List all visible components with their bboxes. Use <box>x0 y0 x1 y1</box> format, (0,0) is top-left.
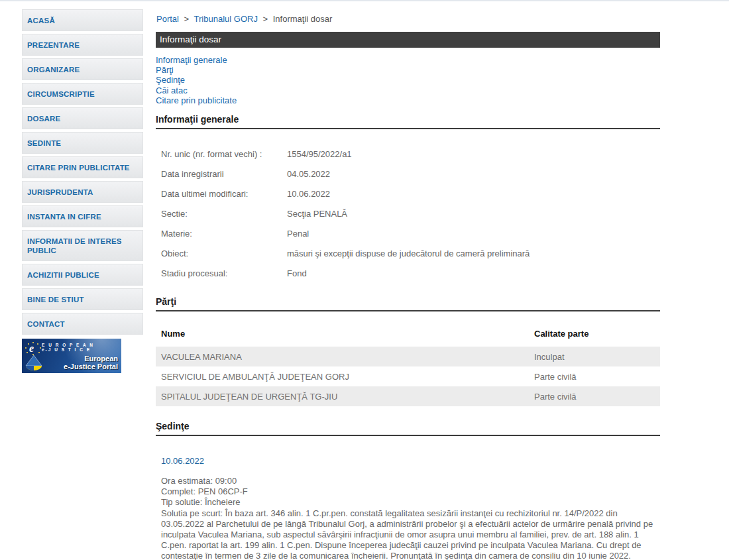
hearing-details: Ora estimata: 09:00 Complet: PEN 06CP-F … <box>161 476 660 560</box>
parties-table: Nume Calitate parte VACULEA MARIANA Incu… <box>156 322 660 406</box>
ejustice-portal-banner[interactable]: e E U R O P E A N e-J U S T I C E Europe… <box>22 339 121 373</box>
field-value: 1554/95/2022/a1 <box>287 149 352 159</box>
general-info-heading: Informaţii generale <box>156 114 660 129</box>
sidebar-item-contact[interactable]: CONTACT <box>22 313 143 335</box>
hearing-tip-solutie: Tip solutie: Încheiere <box>161 497 660 508</box>
field-label: Materie: <box>161 229 287 239</box>
sidebar-item-acasa[interactable]: ACASĂ <box>22 9 143 31</box>
anchor-sedinte[interactable]: Şedinţe <box>156 75 185 85</box>
party-name: SPITALUL JUDEŢEAN DE URGENŢĂ TG-JIU <box>161 392 534 402</box>
field-materie: Materie: Penal <box>156 223 660 243</box>
anchor-cai-atac[interactable]: Căi atac <box>156 85 188 95</box>
field-sectie: Sectie: Secţia PENALĂ <box>156 203 660 223</box>
breadcrumb-separator: > <box>184 14 190 24</box>
scales-icon <box>26 355 42 370</box>
hearing-complet: Complet: PEN 06CP-F <box>161 486 660 497</box>
sidebar: ACASĂ PREZENTARE ORGANIZARE CIRCUMSCRIPT… <box>22 9 143 560</box>
sidebar-item-sedinte[interactable]: SEDINTE <box>22 132 143 154</box>
field-value: Secţia PENALĂ <box>287 209 347 219</box>
field-label: Obiect: <box>161 249 287 258</box>
sidebar-item-circumscriptie[interactable]: CIRCUMSCRIPTIE <box>22 83 143 105</box>
party-role: Parte civilă <box>534 392 660 402</box>
svg-text:e: e <box>29 343 34 354</box>
breadcrumb-current: Informaţii dosar <box>273 14 333 24</box>
section-anchor-links: Informaţii generale Părţi Şedinţe Căi at… <box>156 55 660 105</box>
table-row: VACULEA MARIANA Inculpat <box>156 347 660 366</box>
table-row: SERVICIUL DE AMBULANŢĂ JUDEŢEAN GORJ Par… <box>156 366 660 386</box>
column-header-calitate-parte: Calitate parte <box>534 329 660 339</box>
field-label: Stadiu procesual: <box>161 268 287 278</box>
field-label: Data ultimei modificari: <box>161 189 287 199</box>
hearings-heading: Şedinţe <box>156 421 660 436</box>
breadcrumb-portal[interactable]: Portal <box>156 14 179 24</box>
table-row: SPITALUL JUDEŢEAN DE URGENŢĂ TG-JIU Part… <box>156 386 660 406</box>
field-value: Penal <box>287 229 309 239</box>
party-name: VACULEA MARIANA <box>161 352 534 362</box>
column-header-nume: Nume <box>161 329 534 339</box>
field-data-ultimei-modificari: Data ultimei modificari: 10.06.2022 <box>156 184 660 203</box>
parties-heading: Părţi <box>156 296 660 311</box>
party-name: SERVICIUL DE AMBULANŢĂ JUDEŢEAN GORJ <box>161 372 534 382</box>
field-label: Sectie: <box>161 209 287 219</box>
sidebar-item-achizitii-publice[interactable]: ACHIZITII PUBLICE <box>22 264 143 286</box>
field-value: 04.05.2022 <box>287 169 330 179</box>
sidebar-item-citare-prin-publicitate[interactable]: CITARE PRIN PUBLICITATE <box>22 156 143 178</box>
page: ACASĂ PREZENTARE ORGANIZARE CIRCUMSCRIPT… <box>0 1 729 560</box>
hearing-date-link[interactable]: 10.06.2022 <box>161 456 204 466</box>
field-nr-unic: Nr. unic (nr. format vechi) : 1554/95/20… <box>156 144 660 164</box>
main-content: Portal > Tribunalul GORJ > Informaţii do… <box>156 9 660 560</box>
page-title: Informaţii dosar <box>156 32 660 48</box>
field-value: Fond <box>287 268 307 278</box>
breadcrumb-tribunalul-gorj[interactable]: Tribunalul GORJ <box>194 14 258 24</box>
anchor-informatii-generale[interactable]: Informaţii generale <box>156 55 227 65</box>
breadcrumb-separator: > <box>263 14 268 24</box>
sidebar-item-dosare[interactable]: DOSARE <box>22 107 143 129</box>
breadcrumb: Portal > Tribunalul GORJ > Informaţii do… <box>156 9 660 32</box>
parties-table-header: Nume Calitate parte <box>156 322 660 347</box>
ejustice-logo-text: E U R O P E A N e-J U S T I C E <box>42 343 94 352</box>
hearing-solutia-pe-scurt: Solutia pe scurt: În baza art. 346 alin.… <box>161 508 660 560</box>
field-stadiu-procesual: Stadiu procesual: Fond <box>156 263 660 283</box>
field-data-inregistrarii: Data inregistrarii 04.05.2022 <box>156 164 660 184</box>
field-obiect: Obiect: măsuri şi excepţii dispuse de ju… <box>156 243 660 263</box>
sidebar-item-informatii-de-interes-public[interactable]: INFORMATII DE INTERES PUBLIC <box>22 230 143 261</box>
field-value: măsuri şi excepţii dispuse de judecătoru… <box>287 249 530 258</box>
party-role: Inculpat <box>534 352 660 362</box>
ejustice-banner-caption: European e-Justice Portal <box>64 355 118 370</box>
hearing-ora-estimata: Ora estimata: 09:00 <box>161 476 660 486</box>
sidebar-item-organizare[interactable]: ORGANIZARE <box>22 58 143 80</box>
sidebar-item-prezentare[interactable]: PREZENTARE <box>22 34 143 56</box>
party-role: Parte civilă <box>534 372 660 382</box>
field-label: Nr. unic (nr. format vechi) : <box>161 149 287 159</box>
field-value: 10.06.2022 <box>287 189 330 199</box>
sidebar-item-bine-de-stiut[interactable]: BINE DE STIUT <box>22 288 143 310</box>
sidebar-item-instanta-in-cifre[interactable]: INSTANTA IN CIFRE <box>22 205 143 227</box>
sidebar-item-jurisprudenta[interactable]: JURISPRUDENTA <box>22 181 143 203</box>
anchor-citare-prin-publicitate[interactable]: Citare prin publicitate <box>156 95 237 105</box>
field-label: Data inregistrarii <box>161 169 287 179</box>
anchor-parti[interactable]: Părţi <box>156 65 174 75</box>
general-info-fields: Nr. unic (nr. format vechi) : 1554/95/20… <box>156 129 660 287</box>
